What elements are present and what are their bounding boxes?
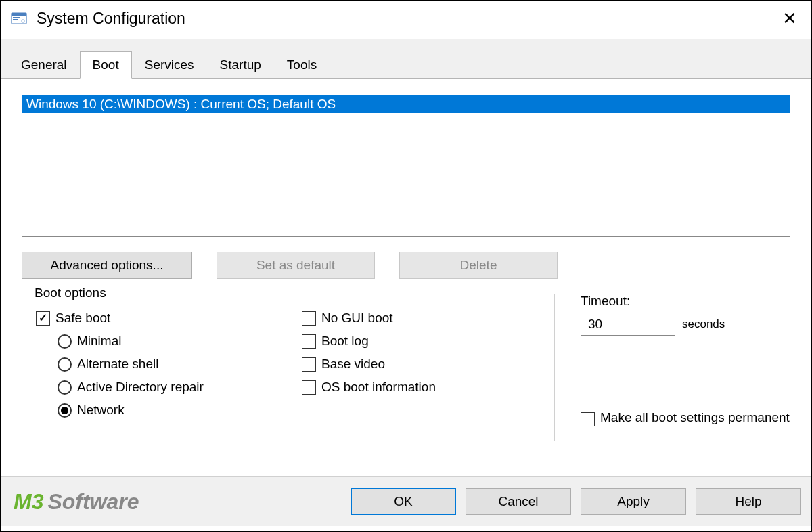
timeout-label: Timeout: [581, 294, 790, 309]
os-boot-info-label: OS boot information [321, 380, 436, 395]
timeout-input[interactable] [581, 313, 675, 336]
boot-log-label: Boot log [321, 334, 369, 349]
tab-startup[interactable]: Startup [207, 53, 274, 78]
svg-point-4 [22, 20, 24, 22]
svg-rect-2 [13, 17, 20, 18]
radio-alternate-shell-label: Alternate shell [77, 357, 158, 372]
apply-button[interactable]: Apply [581, 488, 686, 515]
checkbox-icon [36, 311, 50, 326]
safe-boot-checkbox[interactable]: Safe boot [36, 311, 275, 326]
radio-icon [58, 334, 72, 349]
footer-bar: M3 Software OK Cancel Apply Help [1, 477, 811, 526]
safe-boot-label: Safe boot [55, 311, 110, 326]
checkbox-icon [302, 334, 316, 349]
radio-icon [58, 403, 72, 418]
no-gui-boot-checkbox[interactable]: No GUI boot [302, 311, 541, 326]
checkbox-icon [581, 412, 595, 426]
app-icon [11, 11, 27, 27]
svg-rect-1 [12, 13, 26, 16]
radio-ad-repair-label: Active Directory repair [77, 380, 204, 395]
tab-tools[interactable]: Tools [274, 53, 330, 78]
footer-buttons: OK Cancel Apply Help [351, 488, 801, 515]
tab-boot[interactable]: Boot [80, 51, 132, 79]
help-button[interactable]: Help [696, 488, 801, 515]
timeout-column: Timeout: seconds Make all boot settings … [581, 294, 790, 441]
window-title: System Configuration [37, 9, 778, 28]
make-permanent-label: Make all boot settings permanent [600, 410, 790, 425]
tab-strip: General Boot Services Startup Tools [1, 39, 811, 78]
svg-rect-3 [13, 19, 18, 20]
radio-network[interactable]: Network [58, 403, 275, 418]
os-action-buttons: Advanced options... Set as default Delet… [22, 252, 790, 279]
os-entry-selected[interactable]: Windows 10 (C:\WINDOWS) : Current OS; De… [22, 95, 790, 113]
cancel-button[interactable]: Cancel [466, 488, 571, 515]
radio-minimal-label: Minimal [77, 334, 121, 349]
make-permanent-checkbox[interactable]: Make all boot settings permanent [581, 410, 790, 426]
boot-log-checkbox[interactable]: Boot log [302, 334, 541, 349]
advanced-options-button[interactable]: Advanced options... [22, 252, 192, 279]
boot-options-group: Boot options Safe boot Minimal [22, 294, 555, 441]
os-boot-info-checkbox[interactable]: OS boot information [302, 380, 541, 395]
brand-prefix: M3 [14, 489, 43, 514]
checkbox-icon [302, 311, 316, 326]
delete-button: Delete [399, 252, 558, 279]
radio-alternate-shell[interactable]: Alternate shell [58, 357, 275, 372]
safe-boot-mode-group: Minimal Alternate shell Active Directory… [58, 334, 275, 418]
radio-icon [58, 380, 72, 395]
title-bar: System Configuration ✕ [1, 1, 811, 39]
tab-general[interactable]: General [8, 53, 80, 78]
boot-options-legend: Boot options [30, 286, 110, 301]
brand-logo: M3 Software [14, 489, 351, 514]
base-video-checkbox[interactable]: Base video [302, 357, 541, 372]
boot-panel: Windows 10 (C:\WINDOWS) : Current OS; De… [1, 78, 811, 477]
close-icon[interactable]: ✕ [778, 8, 801, 29]
radio-minimal[interactable]: Minimal [58, 334, 275, 349]
checkbox-icon [302, 380, 316, 395]
os-list[interactable]: Windows 10 (C:\WINDOWS) : Current OS; De… [22, 95, 790, 237]
ok-button[interactable]: OK [351, 488, 456, 515]
radio-ad-repair[interactable]: Active Directory repair [58, 380, 275, 395]
checkbox-icon [302, 357, 316, 372]
set-as-default-button: Set as default [217, 252, 375, 279]
brand-name: Software [47, 489, 139, 514]
tab-services[interactable]: Services [132, 53, 207, 78]
radio-network-label: Network [77, 403, 125, 418]
no-gui-boot-label: No GUI boot [321, 311, 393, 326]
base-video-label: Base video [321, 357, 385, 372]
radio-icon [58, 357, 72, 372]
timeout-unit: seconds [682, 317, 725, 331]
